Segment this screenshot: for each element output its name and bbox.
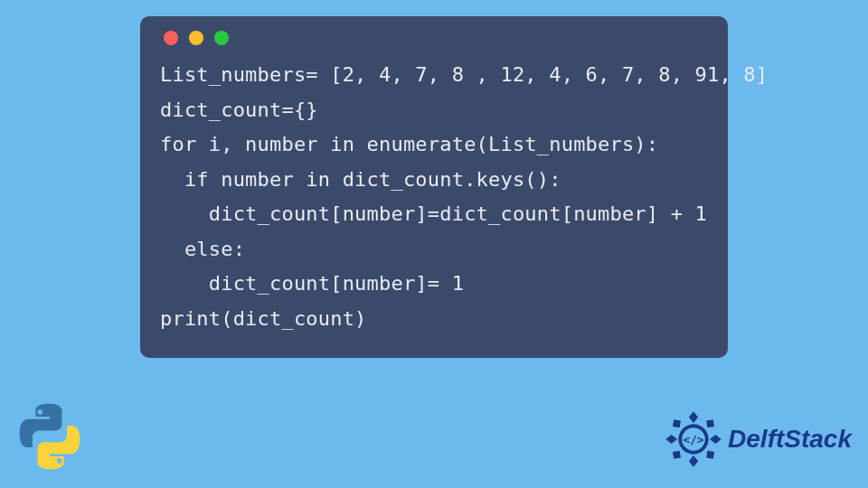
code-block: List_numbers= [2, 4, 7, 8 , 12, 4, 6, 7,… [160,58,708,336]
brand-badge: </> DelftStack [665,410,852,468]
code-line: dict_count[number]= 1 [160,272,464,295]
svg-marker-3 [710,435,722,444]
code-line: dict_count[number]=dict_count[number] + … [160,202,707,225]
code-line: else: [160,238,245,260]
maximize-icon [214,31,229,45]
svg-marker-0 [689,411,698,423]
svg-marker-6 [673,451,681,459]
svg-text:</>: </> [684,433,704,446]
traffic-lights [164,31,708,45]
code-line: dict_count={} [160,99,318,121]
code-line: for i, number in enumerate(List_numbers)… [160,133,658,155]
code-line: List_numbers= [2, 4, 7, 8 , 12, 4, 6, 7,… [160,63,768,86]
brand-name: DelftStack [728,425,852,454]
code-line: print(dict_count) [160,307,367,330]
code-window: List_numbers= [2, 4, 7, 8 , 12, 4, 6, 7,… [140,16,728,358]
close-icon [164,31,178,45]
svg-marker-5 [706,419,714,427]
svg-marker-7 [706,451,714,459]
code-line: if number in dict_count.keys(): [160,168,561,191]
svg-marker-1 [689,455,698,467]
python-logo-icon [14,401,85,472]
delftstack-logo-icon: </> [665,410,722,468]
svg-marker-2 [665,435,677,444]
svg-marker-4 [673,419,681,427]
minimize-icon [189,31,203,45]
